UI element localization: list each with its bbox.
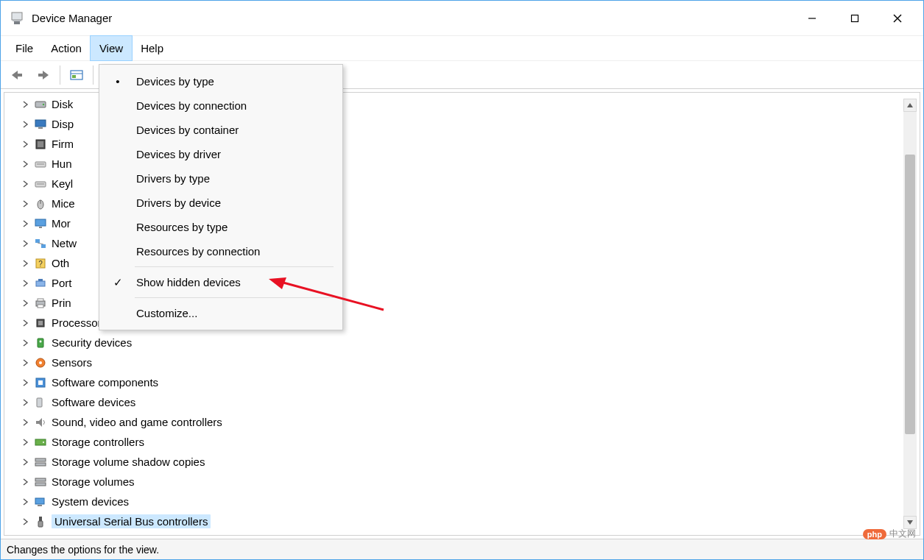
disk-icon (34, 98, 47, 111)
forward-button[interactable] (32, 64, 55, 86)
svg-rect-7 (16, 74, 22, 77)
menu-item-label: Devices by type (136, 75, 214, 88)
node-label: Storage volume shadow copies (52, 456, 205, 468)
scroll-track[interactable] (903, 112, 917, 516)
expand-icon[interactable] (19, 277, 31, 289)
tree-node[interactable]: Sound, video and game controllers (34, 412, 920, 432)
expand-icon[interactable] (19, 138, 31, 150)
node-label: Security devices (52, 336, 132, 349)
expand-icon[interactable] (19, 238, 31, 249)
tree-node[interactable]: Sensors (34, 352, 920, 372)
menu-show-hidden-devices[interactable]: ✓ Show hidden devices (99, 270, 342, 294)
svg-rect-38 (38, 339, 43, 347)
menu-drivers-by-device[interactable]: Drivers by device (99, 191, 342, 215)
menu-separator (135, 297, 334, 298)
svg-rect-54 (38, 521, 43, 527)
view-dropdown-menu: • Devices by type Devices by connection … (99, 64, 343, 330)
expand-icon[interactable] (19, 258, 31, 269)
display-icon (34, 118, 47, 131)
menu-resources-by-type[interactable]: Resources by type (99, 215, 342, 239)
svg-rect-34 (38, 299, 43, 301)
svg-rect-49 (35, 478, 46, 481)
expand-icon[interactable] (19, 158, 31, 170)
expand-icon[interactable] (19, 476, 31, 488)
node-label: System devices (52, 495, 129, 508)
menu-resources-by-connection[interactable]: Resources by connection (99, 239, 342, 263)
expand-icon[interactable] (19, 397, 31, 408)
expand-icon[interactable] (19, 417, 31, 428)
menu-drivers-by-type[interactable]: Drivers by type (99, 166, 342, 191)
menu-item-label: Drivers by type (136, 172, 210, 185)
window: Device Manager File Action View Help (0, 0, 924, 560)
menu-action[interactable]: Action (42, 36, 91, 60)
menu-item-label: Drivers by device (136, 196, 221, 209)
svg-rect-27 (41, 244, 46, 248)
node-label: Oth (52, 257, 69, 269)
vertical-scrollbar[interactable] (903, 99, 917, 529)
tree-node[interactable]: Storage volumes (34, 472, 920, 492)
keyboard-icon (34, 157, 47, 171)
check-icon: ✓ (111, 276, 124, 289)
menu-help[interactable]: Help (132, 36, 172, 60)
maximize-button[interactable] (833, 3, 876, 34)
expand-icon[interactable] (19, 456, 31, 468)
statusbar: Changes the options for the view. (1, 539, 923, 559)
menu-devices-by-driver[interactable]: Devices by driver (99, 142, 342, 166)
expand-icon[interactable] (19, 496, 31, 508)
node-label: Storage controllers (52, 436, 144, 448)
scroll-thumb[interactable] (905, 155, 915, 434)
node-label: Sensors (52, 356, 92, 369)
node-label: Universal Serial Bus controllers (52, 514, 211, 528)
scroll-up-button[interactable] (903, 99, 917, 112)
tree-node[interactable]: Security devices (34, 333, 920, 352)
expand-icon[interactable] (19, 436, 31, 448)
close-button[interactable] (876, 3, 919, 34)
menu-devices-by-connection[interactable]: Devices by connection (99, 93, 342, 118)
tree-node[interactable]: Storage controllers (34, 432, 920, 452)
expand-icon[interactable] (19, 516, 31, 528)
watermark-bubble: php (863, 529, 886, 539)
expand-icon[interactable] (19, 118, 31, 130)
svg-rect-32 (38, 279, 43, 281)
node-label: Hun (52, 157, 72, 170)
software-comp-icon (34, 376, 47, 389)
titlebar: Device Manager (1, 1, 923, 36)
minimize-button[interactable] (791, 3, 833, 34)
tree-node[interactable]: Storage volume shadow copies (34, 452, 920, 472)
menu-devices-by-container[interactable]: Devices by container (99, 118, 342, 142)
tree-node[interactable]: Software components (34, 372, 920, 392)
svg-rect-14 (35, 120, 46, 127)
monitor-icon (34, 217, 47, 230)
node-label: Software components (52, 376, 158, 389)
storage-ctrl-icon (34, 436, 47, 449)
expand-icon[interactable] (19, 198, 31, 210)
menu-file[interactable]: File (7, 36, 42, 60)
software-dev-icon (34, 396, 47, 409)
menu-customize[interactable]: Customize... (99, 301, 342, 325)
node-label: Firm (52, 138, 74, 150)
other-icon: ? (34, 257, 47, 270)
expand-icon[interactable] (19, 357, 31, 369)
expand-icon[interactable] (19, 377, 31, 389)
svg-rect-8 (38, 74, 44, 77)
expand-icon[interactable] (19, 337, 31, 349)
tree-node[interactable]: System devices (34, 492, 920, 511)
window-buttons (791, 3, 919, 34)
expand-icon[interactable] (19, 317, 31, 329)
firmware-icon (34, 138, 47, 151)
back-button[interactable] (5, 64, 29, 86)
usb-icon (34, 515, 47, 528)
node-label: Port (52, 277, 72, 289)
menu-devices-by-type[interactable]: • Devices by type (99, 69, 342, 93)
show-hide-console-button[interactable] (65, 64, 88, 86)
expand-icon[interactable] (19, 218, 31, 230)
menu-view[interactable]: View (91, 36, 132, 60)
tree-node[interactable]: Software devices (34, 392, 920, 412)
expand-icon[interactable] (19, 99, 31, 110)
svg-rect-53 (39, 517, 42, 521)
expand-icon[interactable] (19, 178, 31, 190)
mouse-icon (34, 197, 47, 210)
svg-line-28 (38, 243, 43, 244)
tree-node[interactable]: Universal Serial Bus controllers (34, 511, 920, 531)
expand-icon[interactable] (19, 297, 31, 309)
